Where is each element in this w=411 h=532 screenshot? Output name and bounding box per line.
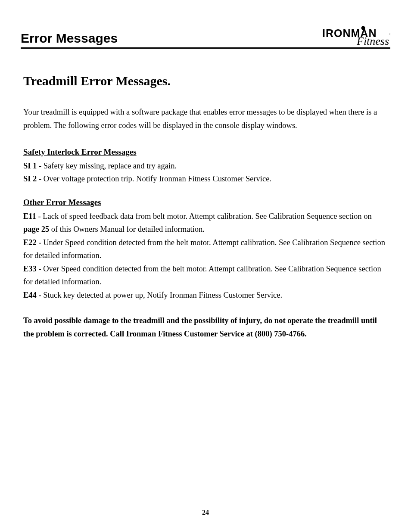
- error-code: E44: [23, 291, 37, 299]
- header-title: Error Messages: [21, 31, 118, 46]
- page-ref: page 25: [23, 225, 49, 233]
- brand-logo: IRONMAN ® Fitness: [321, 26, 390, 47]
- other-block: Other Error Messages E11 - Lack of speed…: [23, 198, 388, 302]
- intro-paragraph: Your treadmill is equipped with a softwa…: [23, 106, 388, 133]
- page-number: 24: [0, 509, 411, 516]
- error-text-pre: - Over Speed condition detected from the…: [23, 264, 381, 286]
- error-text-pre: - Lack of speed feedback data from belt …: [36, 212, 372, 221]
- error-text: - Over voltage protection trip. Notify I…: [37, 174, 271, 183]
- error-text: - Safety key missing, replace and try ag…: [37, 162, 177, 170]
- error-code: E11: [23, 212, 36, 221]
- logo-bottom-text: Fitness: [356, 35, 389, 47]
- warning-paragraph: To avoid possible damage to the treadmil…: [23, 314, 388, 341]
- error-code: SI 2: [23, 174, 37, 183]
- error-text-pre: - Under Speed condition detected from th…: [23, 238, 385, 260]
- trademark-icon: ®: [389, 32, 390, 36]
- page-header: Error Messages IRONMAN ® Fitness: [21, 26, 390, 49]
- section-title: Treadmill Error Messages.: [23, 74, 388, 88]
- error-line: E44 - Stuck key detected at power up, No…: [23, 289, 388, 302]
- error-code: SI 1: [23, 162, 37, 170]
- error-line: SI 2 - Over voltage protection trip. Not…: [23, 172, 388, 186]
- error-line: E33 - Over Speed condition detected from…: [23, 262, 388, 289]
- section-title-text: Treadmill Error Messages: [23, 74, 167, 88]
- error-code: E22: [23, 238, 37, 247]
- document-page: Error Messages IRONMAN ® Fitness Treadmi…: [0, 0, 411, 532]
- error-line: SI 1 - Safety key missing, replace and t…: [23, 159, 388, 173]
- section-title-period: .: [167, 74, 171, 88]
- error-code: E33: [23, 264, 37, 273]
- error-text-pre: - Stuck key detected at power up, Notify…: [37, 291, 282, 299]
- error-line: E22 - Under Speed condition detected fro…: [23, 236, 388, 262]
- content-area: Treadmill Error Messages. Your treadmill…: [21, 74, 390, 341]
- safety-block: Safety Interlock Error Messages SI 1 - S…: [23, 147, 388, 186]
- safety-heading: Safety Interlock Error Messages: [23, 147, 388, 157]
- error-line: E11 - Lack of speed feedback data from b…: [23, 210, 388, 236]
- other-heading: Other Error Messages: [23, 198, 388, 207]
- error-text-post: of this Owners Manual for detailed infor…: [49, 225, 205, 233]
